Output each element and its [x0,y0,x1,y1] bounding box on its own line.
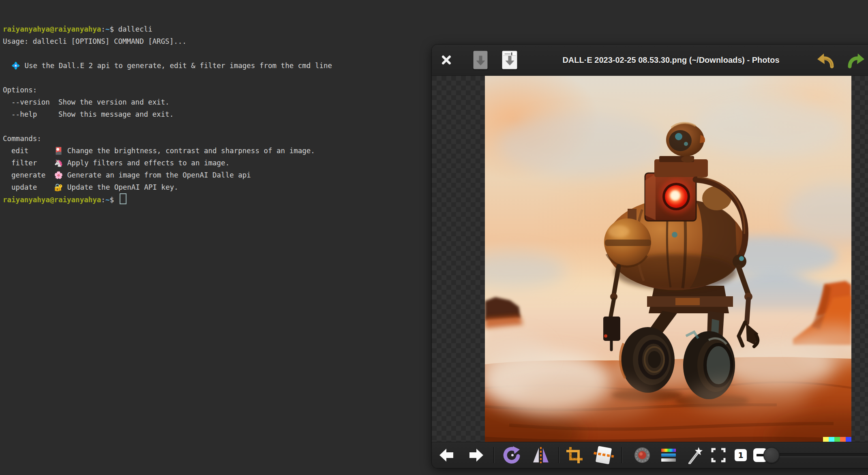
arrow-left-icon [439,448,455,462]
crop-button[interactable] [566,446,583,464]
redo-icon [847,51,865,69]
save-button[interactable] [474,51,488,69]
zoom-slider-knob[interactable] [763,447,780,463]
redo-button[interactable] [847,51,865,69]
toolbar-separator [493,447,495,463]
zoom-slider-track[interactable] [779,454,868,457]
toolbar-separator [558,447,559,463]
terminal-cursor [120,193,126,204]
photo [485,76,851,442]
undo-button[interactable] [817,51,835,69]
zoom-original-icon: 1 [735,449,747,461]
close-button[interactable] [440,54,452,66]
fullscreen-icon [711,447,726,463]
toolbar: 1 [432,442,868,468]
zoom-original-button[interactable]: 1 [735,449,747,461]
adjust-color-button[interactable] [633,446,651,464]
levels-button[interactable] [661,449,676,462]
terminal-line: raiyanyahya@raiyanyahya:~$ dallecli [3,23,868,35]
save-icon [474,51,488,69]
straighten-icon [596,446,612,464]
fullscreen-button[interactable] [711,447,726,463]
magic-wand-button[interactable] [686,446,704,464]
robot-illustration [485,76,851,442]
straighten-button[interactable] [597,447,611,463]
flip-horizontal-icon [532,446,550,464]
previous-button[interactable] [439,448,455,462]
adjust-color-icon [633,446,651,464]
save-as-icon [502,51,517,69]
image-viewport [432,76,868,442]
save-as-button[interactable] [502,51,517,69]
flip-button[interactable] [532,446,550,464]
titlebar: DALL·E 2023-02-25 08.53.30.png (~/Downlo… [432,45,868,76]
crop-icon [566,446,583,464]
close-icon [440,54,452,66]
arrow-right-icon [468,448,484,462]
toolbar-separator [622,447,623,463]
magic-wand-icon [686,446,704,464]
window-title: DALL·E 2023-02-25 08.53.30.png (~/Downlo… [562,56,779,65]
rotate-button[interactable] [502,446,520,464]
next-button[interactable] [468,448,484,462]
photos-window: DALL·E 2023-02-25 08.53.30.png (~/Downlo… [432,45,868,468]
levels-icon [661,449,676,462]
undo-icon [817,51,835,69]
rotate-icon [502,446,520,464]
